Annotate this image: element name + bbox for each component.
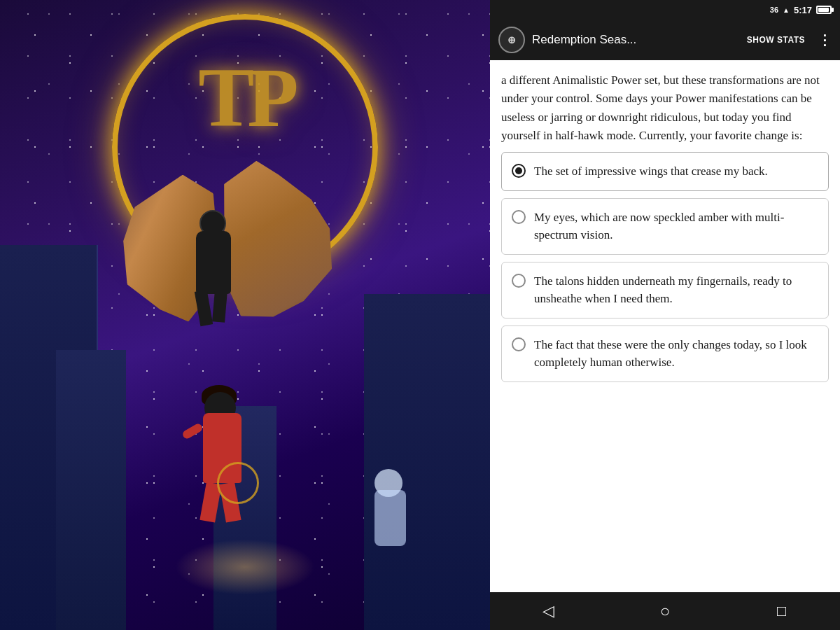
comic-art-panel: TP (0, 0, 490, 630)
choice-text-3: The talons hidden underneath my fingerna… (534, 272, 818, 308)
choice-option-2[interactable]: My eyes, which are now speckled amber wi… (501, 198, 829, 255)
story-text: a different Animalistic Power set, but t… (501, 71, 829, 145)
app-icon: ⊕ (498, 27, 525, 53)
app-header: ⊕ Redemption Seas... SHOW STATS ⋮ (490, 20, 840, 60)
choice-option-1[interactable]: The set of impressive wings that crease … (501, 152, 829, 191)
more-options-icon[interactable]: ⋮ (818, 31, 832, 48)
winged-hero-leg-left (195, 290, 213, 326)
app-title: Redemption Seas... (532, 33, 740, 47)
clock: 5:17 (794, 5, 812, 15)
lasso (217, 462, 259, 504)
choice-text-2: My eyes, which are now speckled amber wi… (534, 209, 818, 244)
story-content: a different Animalistic Power set, but t… (490, 60, 840, 592)
choice-text-4: The fact that these were the only change… (534, 336, 818, 372)
radio-button-2[interactable] (512, 210, 526, 224)
radio-button-1[interactable] (512, 164, 526, 178)
signal-type: ▲ (783, 6, 790, 14)
bottom-glow (175, 539, 315, 595)
phone-panel: 36 ▲ 5:17 ⊕ Redemption Seas... SHOW STAT… (490, 0, 840, 630)
radio-button-3[interactable] (512, 274, 526, 288)
choices-container: The set of impressive wings that crease … (501, 152, 829, 396)
choice-option-3[interactable]: The talons hidden underneath my fingerna… (501, 262, 829, 318)
red-hero (182, 385, 266, 525)
choice-option-4[interactable]: The fact that these were the only change… (501, 326, 829, 382)
status-bar: 36 ▲ 5:17 (490, 0, 840, 20)
winged-hero (140, 161, 322, 357)
navigation-bar (490, 592, 840, 630)
red-hero-arm (181, 422, 204, 440)
silver-hero-body (374, 490, 406, 546)
building-left-2 (56, 350, 126, 630)
back-button[interactable] (531, 597, 566, 625)
show-stats-button[interactable]: SHOW STATS (747, 35, 805, 45)
winged-hero-leg-right (212, 290, 227, 322)
radio-button-4[interactable] (512, 337, 526, 351)
signal-indicator: 36 (770, 6, 778, 14)
building-right (364, 294, 490, 630)
emblem-logo: TP (198, 56, 291, 140)
home-button[interactable] (648, 597, 682, 625)
silver-hero (364, 469, 420, 574)
recents-button[interactable] (764, 597, 799, 625)
winged-hero-body (196, 231, 231, 294)
choice-text-1: The set of impressive wings that crease … (534, 162, 768, 181)
battery-icon (816, 6, 832, 14)
